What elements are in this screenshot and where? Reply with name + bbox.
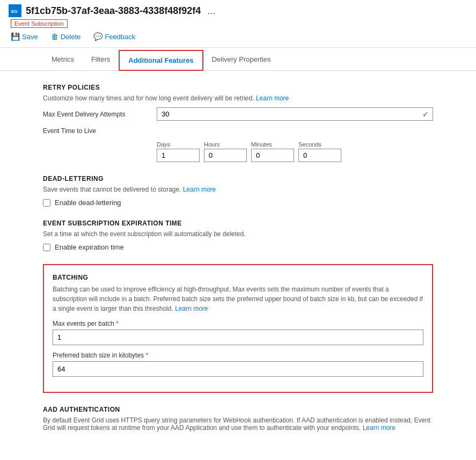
check-icon: ✓ xyxy=(422,110,429,119)
dead-lettering-checkbox-label: Enable dead-lettering xyxy=(55,199,121,207)
save-icon: 💾 xyxy=(11,32,20,41)
retry-learn-more-link[interactable]: Learn more xyxy=(256,94,289,102)
seconds-input[interactable] xyxy=(298,149,341,162)
event-ttl-label: Event Time to Live xyxy=(43,127,150,135)
time-fields: Days Hours Minutes Seconds xyxy=(157,141,433,162)
aad-title: AAD AUTHENTICATION xyxy=(43,406,433,413)
tab-additional-features[interactable]: Additional Features xyxy=(119,50,203,71)
max-attempts-label: Max Event Delivery Attempts xyxy=(43,111,150,118)
breadcrumb: Event Subscription xyxy=(11,19,68,28)
svg-text:EG: EG xyxy=(11,9,18,14)
batching-learn-more-link[interactable]: Learn more xyxy=(175,305,208,312)
aad-learn-more-link[interactable]: Learn more xyxy=(363,424,396,432)
tab-metrics[interactable]: Metrics xyxy=(43,50,83,71)
dead-lettering-title: DEAD-LETTERING xyxy=(43,175,433,182)
resource-icon: EG xyxy=(9,4,21,17)
dead-lettering-checkbox-row: Enable dead-lettering xyxy=(43,199,433,207)
save-button[interactable]: 💾 Save xyxy=(9,31,40,42)
batch-size-input[interactable] xyxy=(53,361,423,377)
minutes-input[interactable] xyxy=(251,149,294,162)
batch-size-field-group: Preferred batch size in kilobytes * xyxy=(53,352,423,377)
max-events-required-star: * xyxy=(116,320,119,327)
max-events-label: Max events per batch * xyxy=(53,320,423,327)
hours-label: Hours xyxy=(204,141,247,148)
tab-filters[interactable]: Filters xyxy=(83,50,119,71)
feedback-icon: 💬 xyxy=(93,32,102,41)
expiration-checkbox-label: Enable expiration time xyxy=(55,243,124,251)
dead-lettering-section: DEAD-LETTERING Save events that cannot b… xyxy=(43,175,433,207)
dead-lettering-learn-more-link[interactable]: Learn more xyxy=(183,186,216,193)
title-row: EG 5f1cb75b-37af-3eaa-3883-4338f48f92f4 … xyxy=(9,4,467,17)
expiration-checkbox[interactable] xyxy=(43,244,50,251)
delete-icon: 🗑 xyxy=(51,32,58,41)
hours-input[interactable] xyxy=(204,149,247,162)
event-grid-icon: EG xyxy=(10,6,20,16)
aad-desc: By default Event Grid uses HTTPS query s… xyxy=(43,417,433,432)
event-ttl-row: Event Time to Live xyxy=(43,127,433,135)
delete-button[interactable]: 🗑 Delete xyxy=(49,31,83,42)
days-field-group: Days xyxy=(157,141,200,162)
batch-size-required-star: * xyxy=(145,352,148,359)
max-attempts-row: Max Event Delivery Attempts ✓ xyxy=(43,107,433,121)
days-label: Days xyxy=(157,141,200,148)
breadcrumb-row: Event Subscription xyxy=(9,19,467,28)
days-input[interactable] xyxy=(157,149,200,162)
seconds-label: Seconds xyxy=(298,141,341,148)
minutes-label: Minutes xyxy=(251,141,294,148)
max-events-input[interactable] xyxy=(53,330,423,345)
top-bar: EG 5f1cb75b-37af-3eaa-3883-4338f48f92f4 … xyxy=(0,0,476,48)
dead-lettering-checkbox[interactable] xyxy=(43,199,50,207)
expiration-section: EVENT SUBSCRIPTION EXPIRATION TIME Set a… xyxy=(43,220,433,251)
max-attempts-input[interactable] xyxy=(157,107,433,121)
dead-lettering-desc: Save events that cannot be delivered to … xyxy=(43,186,433,193)
tab-delivery-properties[interactable]: Delivery Properties xyxy=(203,50,280,71)
batch-size-label: Preferred batch size in kilobytes * xyxy=(53,352,423,359)
expiration-title: EVENT SUBSCRIPTION EXPIRATION TIME xyxy=(43,220,433,227)
retry-policies-section: RETRY POLICIES Customize how many times … xyxy=(43,84,433,162)
batching-title: BATCHING xyxy=(53,274,423,281)
tabs-bar: Metrics Filters Additional Features Deli… xyxy=(0,50,476,71)
minutes-field-group: Minutes xyxy=(251,141,294,162)
retry-policies-desc: Customize how many times and for how lon… xyxy=(43,94,433,102)
max-attempts-input-wrapper: ✓ xyxy=(157,107,433,121)
ellipsis-button[interactable]: ... xyxy=(205,5,217,17)
aad-section: AAD AUTHENTICATION By default Event Grid… xyxy=(43,406,433,432)
expiration-desc: Set a time at which the event subscripti… xyxy=(43,230,433,238)
max-events-field-group: Max events per batch * xyxy=(53,320,423,345)
feedback-button[interactable]: 💬 Feedback xyxy=(91,31,137,42)
seconds-field-group: Seconds xyxy=(298,141,341,162)
hours-field-group: Hours xyxy=(204,141,247,162)
retry-policies-title: RETRY POLICIES xyxy=(43,84,433,91)
expiration-checkbox-row: Enable expiration time xyxy=(43,243,433,251)
main-content: RETRY POLICIES Customize how many times … xyxy=(0,71,476,457)
batching-section: BATCHING Batching can be used to improve… xyxy=(43,264,433,393)
toolbar: 💾 Save 🗑 Delete 💬 Feedback xyxy=(9,28,467,45)
resource-title: 5f1cb75b-37af-3eaa-3883-4338f48f92f4 xyxy=(26,5,201,17)
batching-desc: Batching can be used to improve efficien… xyxy=(53,284,423,313)
